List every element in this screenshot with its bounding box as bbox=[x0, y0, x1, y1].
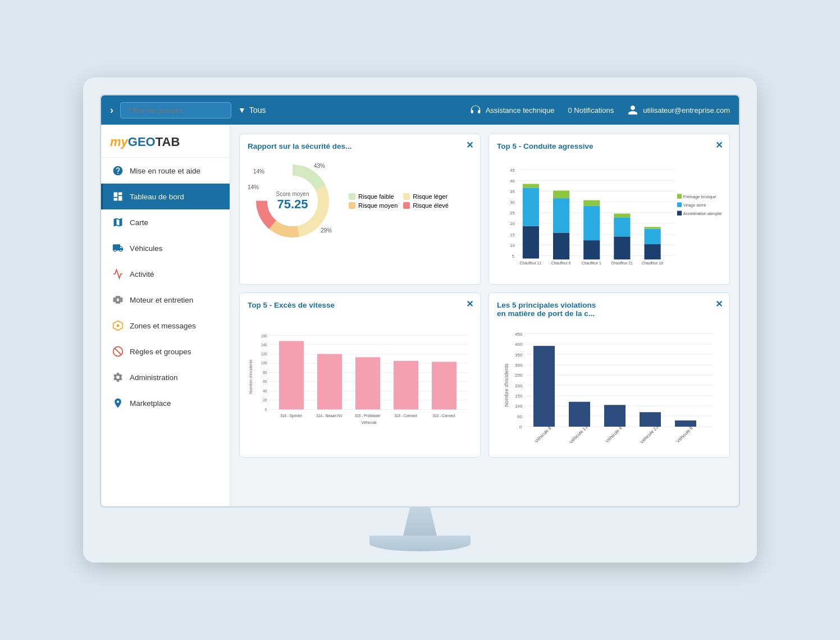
legend-risque-moyen: Risque moyen bbox=[349, 202, 398, 209]
svg-text:Accélération abrupte: Accélération abrupte bbox=[683, 211, 722, 216]
svg-text:40: 40 bbox=[263, 389, 267, 393]
sidebar-item-marketplace[interactable]: Marketplace bbox=[101, 390, 230, 416]
admin-icon bbox=[112, 371, 124, 383]
pct-43: 43% bbox=[314, 163, 325, 169]
pct-14b: 14% bbox=[248, 184, 259, 190]
bar-vh6 bbox=[675, 420, 696, 427]
tous-label: Tous bbox=[249, 106, 266, 115]
svg-text:Véhicule: Véhicule bbox=[361, 420, 377, 425]
svg-rect-38 bbox=[677, 203, 682, 207]
user-button[interactable]: utilisateur@entreprise.com bbox=[627, 104, 730, 116]
donut-chart: Score moyen 75.25 43% 29% 14% 14% bbox=[248, 156, 337, 246]
tous-dropdown[interactable]: ▼ Tous bbox=[238, 106, 266, 115]
legend-dot-eleve bbox=[403, 202, 410, 209]
topbar-right: Assistance technique 0 Notifications uti… bbox=[470, 104, 730, 116]
card-vitesse-title: Top 5 - Excès de vitesse bbox=[248, 301, 472, 309]
bar-vh23 bbox=[640, 412, 661, 427]
svg-text:140: 140 bbox=[261, 343, 267, 347]
truck-icon bbox=[112, 242, 124, 254]
sidebar-label-admin: Administration bbox=[130, 373, 178, 382]
svg-text:160: 160 bbox=[261, 334, 267, 338]
card-conduite-title: Top 5 - Conduite agressive bbox=[497, 142, 722, 150]
conduite-chart: 45 40 35 30 25 20 15 10 5 bbox=[497, 156, 722, 276]
svg-text:Chauffeur 11: Chauffeur 11 bbox=[520, 261, 542, 265]
bar-v4 bbox=[394, 361, 418, 410]
sidebar-label-regles: Règles et groupes bbox=[130, 348, 191, 356]
screen: › ▼ Tous Assistance technique 0 Notifica… bbox=[100, 94, 740, 508]
svg-text:Véhicule 4: Véhicule 4 bbox=[605, 425, 623, 444]
sidebar-item-regles[interactable]: Règles et groupes bbox=[101, 339, 230, 364]
legend-label-leger: Risque léger bbox=[413, 193, 448, 200]
logo: myGEOTAB bbox=[101, 125, 230, 158]
svg-rect-40 bbox=[677, 211, 682, 216]
card-securite-close[interactable]: ✕ bbox=[466, 140, 473, 150]
pct-29: 29% bbox=[321, 227, 332, 234]
sidebar-toggle-button[interactable]: › bbox=[110, 104, 113, 116]
bar-c6-blue bbox=[553, 198, 569, 232]
bar-c21-green bbox=[614, 213, 630, 217]
svg-text:350: 350 bbox=[515, 353, 523, 358]
svg-text:318 - Sprinter: 318 - Sprinter bbox=[280, 414, 303, 418]
svg-text:120: 120 bbox=[261, 352, 267, 356]
donut-center: Score moyen 75.25 bbox=[276, 191, 309, 212]
vitesse-chart: Nombre d'incidents 160 140 120 100 80 60… bbox=[248, 315, 472, 441]
card-vitesse: Top 5 - Excès de vitesse ✕ Nombre d'inci… bbox=[239, 292, 481, 458]
sidebar-item-admin[interactable]: Administration bbox=[101, 364, 230, 390]
svg-text:300: 300 bbox=[515, 363, 523, 368]
legend-risque-leger: Risque léger bbox=[403, 193, 452, 200]
map-icon bbox=[112, 216, 124, 228]
svg-text:316 - Connect: 316 - Connect bbox=[395, 414, 417, 418]
svg-text:Véhicule 23: Véhicule 23 bbox=[639, 424, 659, 445]
sidebar-item-carte[interactable]: Carte bbox=[101, 209, 230, 235]
sidebar-item-aide[interactable]: Mise en route et aide bbox=[101, 158, 230, 184]
sidebar-item-moteur[interactable]: Moteur et entretien bbox=[101, 287, 230, 313]
sidebar-label-tableau: Tableau de bord bbox=[130, 193, 184, 201]
sidebar-label-marketplace: Marketplace bbox=[130, 399, 171, 408]
svg-text:Chauffeur 1: Chauffeur 1 bbox=[582, 261, 601, 265]
svg-text:315 - ProMaster: 315 - ProMaster bbox=[355, 414, 381, 418]
bar-c1-dark bbox=[583, 240, 600, 259]
donut-area: Score moyen 75.25 43% 29% 14% 14% bbox=[248, 156, 472, 246]
bar-v5 bbox=[432, 362, 456, 410]
card-vitesse-close[interactable]: ✕ bbox=[466, 299, 473, 309]
marketplace-icon bbox=[112, 397, 124, 409]
svg-text:250: 250 bbox=[515, 373, 523, 378]
card-conduite: Top 5 - Conduite agressive ✕ 45 40 35 30… bbox=[489, 134, 730, 285]
rules-icon bbox=[112, 345, 124, 358]
svg-text:25: 25 bbox=[510, 211, 514, 216]
sidebar-item-vehicules[interactable]: Véhicules bbox=[101, 235, 230, 261]
svg-rect-1 bbox=[120, 298, 122, 302]
svg-text:35: 35 bbox=[510, 189, 514, 194]
sidebar-item-zones[interactable]: Zones et messages bbox=[101, 313, 230, 339]
svg-text:20: 20 bbox=[510, 221, 514, 226]
headset-icon bbox=[470, 104, 481, 116]
legend-dot-leger bbox=[403, 193, 410, 200]
sidebar-item-activite[interactable]: Activité bbox=[101, 261, 230, 287]
svg-text:314 - Nissan NV: 314 - Nissan NV bbox=[316, 414, 343, 418]
card-conduite-close[interactable]: ✕ bbox=[715, 140, 723, 150]
svg-rect-0 bbox=[113, 298, 116, 302]
stand-neck bbox=[403, 508, 437, 536]
svg-text:45: 45 bbox=[510, 168, 514, 173]
bar-v3 bbox=[355, 357, 380, 409]
svg-text:200: 200 bbox=[515, 383, 523, 388]
card-ceinture-close[interactable]: ✕ bbox=[715, 299, 723, 309]
notifications-button[interactable]: 0 Notifications bbox=[568, 106, 614, 115]
vitesse-svg: Nombre d'incidents 160 140 120 100 80 60… bbox=[248, 315, 472, 438]
svg-text:Chauffeur 6: Chauffeur 6 bbox=[551, 261, 571, 265]
svg-text:150: 150 bbox=[515, 394, 523, 399]
app-body: myGEOTAB Mise en route et aide Tableau d… bbox=[101, 125, 739, 506]
user-icon bbox=[627, 104, 638, 116]
ceinture-chart: Nombre d'incidents 450 400 350 300 250 2… bbox=[497, 323, 722, 449]
tous-arrow-icon: ▼ bbox=[238, 106, 246, 115]
svg-text:0: 0 bbox=[519, 424, 522, 429]
sidebar-item-tableau[interactable]: Tableau de bord bbox=[101, 184, 230, 209]
svg-text:Véhicule 11: Véhicule 11 bbox=[568, 424, 588, 445]
svg-text:30: 30 bbox=[510, 200, 514, 205]
assistance-button[interactable]: Assistance technique bbox=[470, 104, 555, 116]
legend-risque-faible: Risque faible bbox=[349, 193, 398, 200]
filter-input[interactable] bbox=[120, 102, 231, 118]
svg-text:0: 0 bbox=[264, 408, 267, 412]
zones-icon bbox=[112, 319, 124, 332]
sidebar: myGEOTAB Mise en route et aide Tableau d… bbox=[101, 125, 230, 506]
